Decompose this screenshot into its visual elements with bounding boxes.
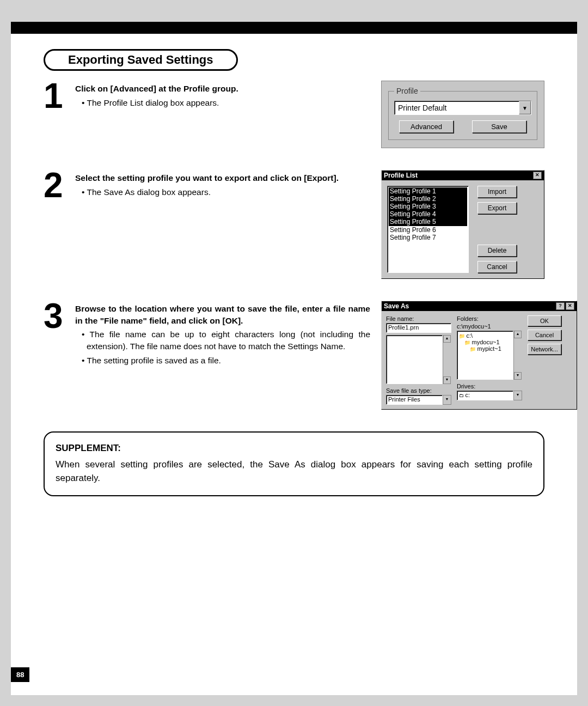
delete-button[interactable]: Delete [477,245,517,257]
supplement-box: SUPPLEMENT: When several setting profile… [44,431,544,496]
folders-tree[interactable]: c:\ mydocu~1 mypict~1 [457,331,513,380]
profile-listbox[interactable]: Setting Profile 1 Setting Profile 2 Sett… [387,186,469,273]
savetype-value: Printer Files [386,395,443,405]
file-list[interactable] [386,335,443,384]
chevron-down-icon[interactable]: ▼ [443,395,451,405]
dialog-title: Save As [384,302,409,310]
profile-groupbox: Profile Printer Default ▼ Advanced Save [381,81,544,148]
scroll-down-icon[interactable]: ▼ [514,372,522,380]
step-heading: Click on [Advanced] at the Profile group… [75,83,370,95]
dialog-title: Profile List [384,172,418,179]
step-1: 1 Click on [Advanced] at the Profile gro… [44,81,544,148]
folder-item[interactable]: mydocu~1 [459,339,511,345]
step-number: 1 [44,81,71,112]
step-number: 2 [44,170,71,202]
cancel-button[interactable]: Cancel [528,330,561,340]
list-item[interactable]: Setting Profile 6 [389,226,467,234]
network-button[interactable]: Network... [528,344,561,355]
chevron-down-icon[interactable]: ▼ [513,391,522,400]
drives-value: c: [457,391,513,400]
supplement-title: SUPPLEMENT: [56,441,532,455]
drives-label: Drives: [457,383,522,389]
ok-button[interactable]: OK [528,315,561,326]
step-heading: Select the setting profile you want to e… [75,172,370,184]
step-bullet: The Profile List dialog box appears. [82,97,370,109]
supplement-text: When several setting profiles are select… [56,458,532,485]
close-icon[interactable]: ✕ [566,302,574,310]
list-item[interactable]: Setting Profile 7 [389,234,467,241]
dialog-titlebar[interactable]: Profile List ✕ [382,171,544,180]
scroll-up-icon[interactable]: ▲ [443,335,451,343]
step-2: 2 Select the setting profile you want to… [44,170,544,279]
scrollbar[interactable]: ▲ ▼ [443,335,451,384]
savetype-label: Save file as type: [386,387,451,394]
folder-item[interactable]: mypict~1 [459,345,511,352]
profile-list-dialog: Profile List ✕ Setting Profile 1 Setting… [381,170,544,279]
list-item[interactable]: Setting Profile 4 [389,210,467,218]
document-page: Exporting Saved Settings 1 Click on [Adv… [11,22,577,695]
step-bullet: The setting profile is saved as a file. [82,355,370,367]
filename-input[interactable]: Profile1.prn [386,323,451,333]
scroll-up-icon[interactable]: ▲ [514,331,522,338]
list-item[interactable]: Setting Profile 2 [389,195,467,203]
save-button[interactable]: Save [472,120,526,133]
page-content: Exporting Saved Settings 1 Click on [Adv… [11,34,577,496]
scrollbar[interactable]: ▲ ▼ [513,331,522,380]
step-3: 3 Browse to the location where you want … [44,301,544,410]
step-bullet: The Save As dialog box appears. [82,186,370,198]
header-bar [11,22,577,34]
list-item[interactable]: Setting Profile 3 [389,203,467,210]
import-button[interactable]: Import [477,186,517,198]
list-item[interactable]: Setting Profile 5 [389,218,467,226]
profile-combo[interactable]: Printer Default ▼ [394,101,531,115]
step-heading: Browse to the location where you want to… [75,303,370,326]
list-item[interactable]: Setting Profile 1 [389,187,467,195]
step-bullet: The file name can be up to eight charact… [82,328,370,352]
section-title: Exporting Saved Settings [44,49,238,71]
savetype-combo[interactable]: Printer Files ▼ [386,395,451,405]
save-as-dialog: Save As ? ✕ File name: Profile1.prn [381,301,577,410]
profile-legend: Profile [394,87,420,95]
filename-label: File name: [386,315,451,322]
folders-path: c:\mydocu~1 [457,323,522,330]
folder-item[interactable]: c:\ [459,332,511,339]
cancel-button[interactable]: Cancel [477,261,517,273]
export-button[interactable]: Export [477,202,517,214]
profile-combo-value: Printer Default [395,101,519,114]
folders-label: Folders: [457,315,522,322]
close-icon[interactable]: ✕ [533,172,542,179]
scroll-down-icon[interactable]: ▼ [443,376,451,384]
help-icon[interactable]: ? [556,302,565,310]
page-number: 88 [11,667,29,682]
advanced-button[interactable]: Advanced [399,120,454,133]
dialog-titlebar[interactable]: Save As ? ✕ [382,301,577,311]
chevron-down-icon[interactable]: ▼ [519,101,531,114]
step-number: 3 [44,301,71,368]
drives-combo[interactable]: c: ▼ [457,391,522,400]
